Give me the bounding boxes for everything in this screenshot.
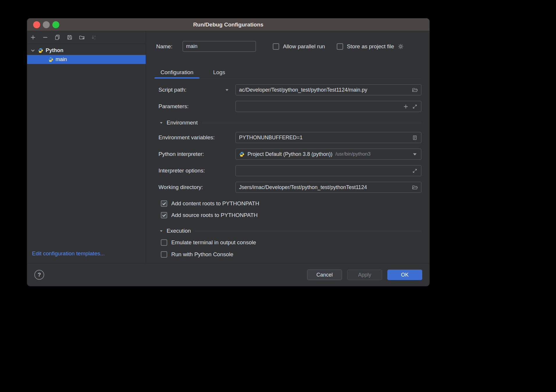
environment-section-label: Environment xyxy=(167,120,198,126)
tree-group-python[interactable]: Python xyxy=(27,46,146,55)
traffic-lights xyxy=(33,21,59,28)
add-source-roots-checkbox[interactable]: Add source roots to PYTHONPATH xyxy=(161,212,421,218)
chevron-down-icon xyxy=(30,48,35,53)
allow-parallel-run-label: Allow parallel run xyxy=(283,43,325,50)
browse-folder-icon[interactable] xyxy=(412,87,418,93)
python-interpreter-label: Python interpreter: xyxy=(158,151,204,157)
apply-button-disabled: Apply xyxy=(347,270,382,280)
store-as-project-file-label: Store as project file xyxy=(347,43,394,50)
script-path-row: Script path: ac/Developer/Test/python_te… xyxy=(158,84,421,95)
add-macro-icon[interactable] xyxy=(403,104,409,110)
sidebar-footer: Edit configuration templates... xyxy=(27,250,146,263)
tree-item-main-selected[interactable]: main xyxy=(27,55,146,64)
sort-configurations-button-disabled: az xyxy=(90,33,98,42)
section-collapse-icon xyxy=(159,121,163,125)
environment-section-header[interactable]: Environment xyxy=(158,120,421,126)
checkbox-checked-icon xyxy=(161,200,167,207)
sort-az-icon: az xyxy=(91,34,97,40)
editor-tabs: Configuration Logs xyxy=(154,66,421,79)
add-source-roots-label: Add source roots to PYTHONPATH xyxy=(171,212,258,218)
python-icon xyxy=(38,48,43,53)
ok-button[interactable]: OK xyxy=(387,270,422,280)
gear-icon[interactable] xyxy=(398,43,404,50)
svg-text:z: z xyxy=(94,38,95,40)
tree-item-label: main xyxy=(56,56,67,63)
expand-field-icon[interactable] xyxy=(412,168,418,174)
python-icon xyxy=(239,152,245,157)
environment-variables-field[interactable]: PYTHONUNBUFFERED=1 xyxy=(236,132,421,143)
browse-folder-icon[interactable] xyxy=(412,184,418,190)
script-path-label: Script path: xyxy=(158,87,186,93)
add-content-roots-label: Add content roots to PYTHONPATH xyxy=(171,200,259,207)
emulate-terminal-checkbox[interactable]: Emulate terminal in output console xyxy=(161,239,421,246)
parameters-field[interactable] xyxy=(236,101,421,112)
name-input[interactable] xyxy=(183,41,256,52)
new-folder-icon xyxy=(79,34,85,40)
execution-section-label: Execution xyxy=(167,228,191,234)
working-directory-label: Working directory: xyxy=(158,184,203,190)
python-icon xyxy=(48,57,54,62)
run-debug-configurations-dialog: Run/Debug Configurations xyxy=(27,18,430,286)
parameters-label: Parameters: xyxy=(158,103,188,110)
section-collapse-icon xyxy=(159,229,163,233)
run-with-python-console-checkbox[interactable]: Run with Python Console xyxy=(161,251,421,258)
add-icon xyxy=(30,34,36,40)
allow-parallel-run-checkbox[interactable]: Allow parallel run xyxy=(273,43,325,50)
configurations-sidebar: az Python main Edit configuration templa… xyxy=(27,31,146,263)
save-icon xyxy=(67,34,73,40)
edit-variables-list-icon[interactable] xyxy=(412,135,418,141)
checkbox-checked-icon xyxy=(161,212,167,218)
tree-group-label: Python xyxy=(46,47,63,54)
close-button[interactable] xyxy=(33,21,40,28)
working-directory-field[interactable]: Jsers/imac/Developer/Test/python_test/py… xyxy=(236,182,421,193)
remove-configuration-button[interactable] xyxy=(41,33,49,42)
interpreter-options-label: Interpreter options: xyxy=(158,168,205,174)
cancel-button[interactable]: Cancel xyxy=(307,270,342,280)
add-content-roots-checkbox[interactable]: Add content roots to PYTHONPATH xyxy=(161,200,421,207)
expand-field-icon[interactable] xyxy=(412,104,418,110)
dialog-title: Run/Debug Configurations xyxy=(193,22,263,28)
python-interpreter-path: /usr/bin/python3 xyxy=(335,151,370,157)
help-button[interactable]: ? xyxy=(34,270,44,280)
titlebar[interactable]: Run/Debug Configurations xyxy=(27,18,430,31)
dialog-footer: ? Cancel Apply OK xyxy=(27,263,430,286)
remove-icon xyxy=(42,34,48,40)
environment-variables-row: Environment variables: PYTHONUNBUFFERED=… xyxy=(158,132,421,143)
emulate-terminal-label: Emulate terminal in output console xyxy=(171,239,256,246)
checkbox-unchecked-icon xyxy=(161,239,167,246)
name-label: Name: xyxy=(156,43,183,50)
sidebar-toolbar: az xyxy=(27,31,146,44)
section-divider xyxy=(195,231,421,231)
checkbox-unchecked-icon xyxy=(161,251,167,258)
footer-buttons: Cancel Apply OK xyxy=(307,270,422,280)
help-question-icon: ? xyxy=(38,272,41,278)
name-row: Name: Allow parallel run Store as projec… xyxy=(156,41,416,52)
parameters-row: Parameters: xyxy=(158,101,421,112)
run-with-python-console-label: Run with Python Console xyxy=(171,251,233,258)
environment-variables-label: Environment variables: xyxy=(158,134,215,141)
python-interpreter-combobox[interactable]: Project Default (Python 3.8 (python)) /u… xyxy=(236,149,421,160)
interpreter-options-field[interactable] xyxy=(236,165,421,176)
copy-configuration-button[interactable] xyxy=(53,33,61,42)
add-configuration-button[interactable] xyxy=(29,33,37,42)
configuration-form: Script path: ac/Developer/Test/python_te… xyxy=(146,79,430,263)
zoom-button[interactable] xyxy=(52,21,59,28)
save-configuration-button[interactable] xyxy=(65,33,74,42)
section-divider xyxy=(202,123,421,123)
python-interpreter-row: Python interpreter: Project Default (Pyt… xyxy=(158,149,421,160)
configurations-tree: Python main xyxy=(27,44,146,64)
configuration-editor: Name: Allow parallel run Store as projec… xyxy=(146,31,430,263)
new-folder-button[interactable] xyxy=(78,33,86,42)
combobox-arrow-icon[interactable] xyxy=(412,151,418,157)
script-path-mode-dropdown-icon[interactable] xyxy=(224,88,229,92)
working-directory-value: Jsers/imac/Developer/Test/python_test/py… xyxy=(239,184,409,190)
minimize-button-disabled xyxy=(43,21,50,28)
script-path-field[interactable]: ac/Developer/Test/python_test/pythonTest… xyxy=(236,84,421,95)
execution-section-header[interactable]: Execution xyxy=(158,228,421,234)
checkbox-unchecked-icon xyxy=(337,43,343,50)
tab-configuration[interactable]: Configuration xyxy=(154,66,199,78)
edit-configuration-templates-link[interactable]: Edit configuration templates... xyxy=(32,250,105,256)
tab-logs[interactable]: Logs xyxy=(207,66,231,78)
environment-variables-value: PYTHONUNBUFFERED=1 xyxy=(239,135,409,141)
store-as-project-file-checkbox[interactable]: Store as project file xyxy=(337,43,394,50)
